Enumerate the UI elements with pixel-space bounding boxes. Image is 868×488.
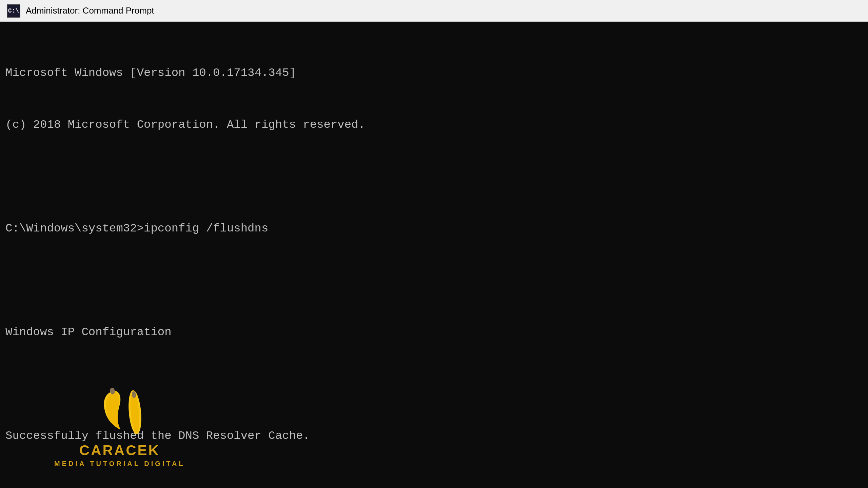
terminal-line-5 <box>5 272 863 289</box>
terminal-line-6: Windows IP Configuration <box>5 324 863 341</box>
terminal-line-4: C:\Windows\system32>ipconfig /flushdns <box>5 220 863 237</box>
watermark: CARACEK MEDIA TUTORIAL DIGITAL <box>54 388 185 468</box>
terminal-line-3 <box>5 168 863 185</box>
window-title: Administrator: Command Prompt <box>26 5 154 16</box>
app-icon: C:\ <box>7 4 20 18</box>
terminal-body[interactable]: Microsoft Windows [Version 10.0.17134.34… <box>0 22 868 488</box>
cmd-window: C:\ Administrator: Command Prompt Micros… <box>0 0 868 488</box>
terminal-line-9 <box>5 479 863 488</box>
terminal-line-1: Microsoft Windows [Version 10.0.17134.34… <box>5 64 863 82</box>
banana-icon <box>86 388 154 439</box>
title-bar: C:\ Administrator: Command Prompt <box>0 0 868 22</box>
svg-point-1 <box>129 392 141 433</box>
brand-tagline: MEDIA TUTORIAL DIGITAL <box>54 460 185 468</box>
terminal-line-2: (c) 2018 Microsoft Corporation. All righ… <box>5 116 863 134</box>
brand-name: CARACEK <box>79 442 160 459</box>
